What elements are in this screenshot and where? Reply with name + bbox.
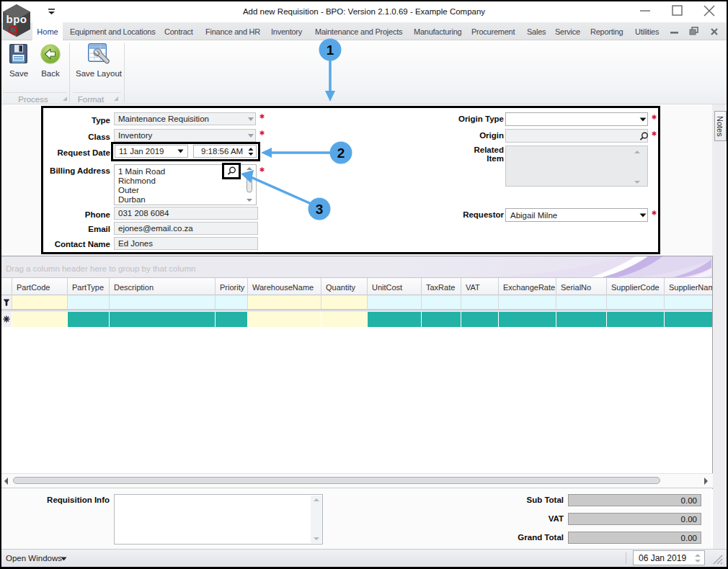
svg-text:bpo: bpo	[6, 13, 27, 25]
